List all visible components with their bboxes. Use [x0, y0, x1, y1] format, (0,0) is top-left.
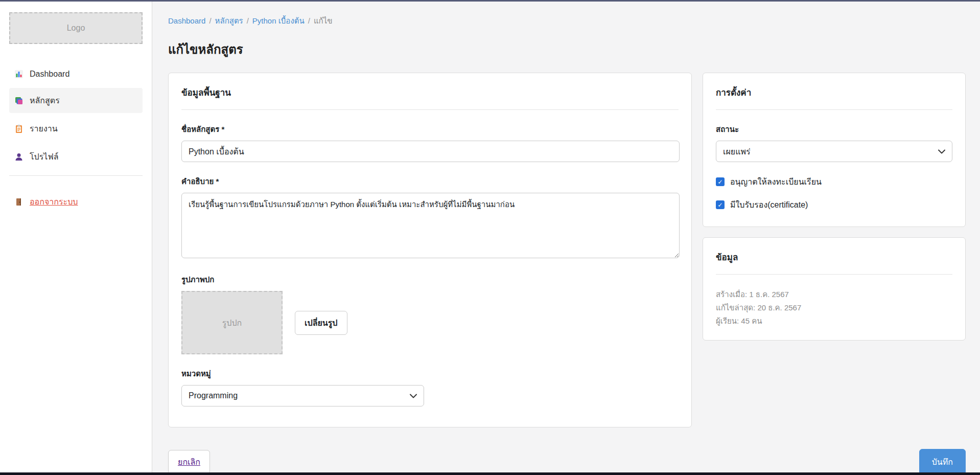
card-divider: [716, 274, 952, 275]
logo-placeholder: Logo: [9, 12, 143, 44]
breadcrumb-link-dashboard[interactable]: Dashboard: [168, 16, 205, 25]
breadcrumb-separator: /: [247, 16, 249, 25]
breadcrumb: Dashboard/หลักสูตร/Python เบื้องต้น/แก้ไ…: [168, 15, 966, 27]
cover-image-placeholder-text: รูปปก: [222, 316, 242, 329]
app-root: Logo Dashboard หลักสูตร รายงาน: [0, 2, 980, 472]
breadcrumb-link-course[interactable]: Python เบื้องต้น: [252, 16, 305, 25]
breadcrumb-separator: /: [308, 16, 310, 25]
window-bottom-edge: [0, 472, 980, 475]
sidebar-item-label: โปรไฟล์: [30, 150, 59, 163]
updated-date-line: แก้ไขล่าสุด: 20 ธ.ค. 2567: [716, 301, 952, 314]
checkbox-checked-icon[interactable]: [716, 177, 725, 186]
info-card: ข้อมูล สร้างเมื่อ: 1 ธ.ค. 2567 แก้ไขล่าส…: [703, 237, 966, 341]
course-name-field-group: ชื่อหลักสูตร *: [181, 123, 679, 162]
sidebar-item-label: รายงาน: [30, 122, 58, 135]
sidebar-item-profile[interactable]: โปรไฟล์: [9, 144, 143, 169]
page-title: แก้ไขหลักสูตร: [168, 39, 966, 59]
status-label: สถานะ: [716, 123, 952, 135]
sidebar-item-dashboard[interactable]: Dashboard: [9, 63, 143, 85]
course-name-input[interactable]: [181, 141, 680, 162]
status-field-group: สถานะ เผยแพร่: [716, 123, 952, 162]
cover-image-field-group: รูปภาพปก รูปปก เปลี่ยนรูป: [181, 274, 679, 354]
category-label: หมวดหมู่: [181, 368, 679, 380]
sidebar: Logo Dashboard หลักสูตร รายงาน: [0, 2, 152, 472]
logo-text: Logo: [67, 24, 85, 33]
basic-info-card-title: ข้อมูลพื้นฐาน: [181, 85, 679, 99]
cover-image-placeholder: รูปปก: [181, 291, 283, 354]
created-date-line: สร้างเมื่อ: 1 ธ.ค. 2567: [716, 288, 952, 301]
student-count-line: ผู้เรียน: 45 คน: [716, 314, 952, 328]
card-divider: [181, 109, 679, 110]
bar-chart-icon: [14, 70, 24, 79]
sidebar-divider: [9, 175, 143, 176]
breadcrumb-link-courses[interactable]: หลักสูตร: [215, 16, 243, 25]
sidebar-item-courses[interactable]: หลักสูตร: [9, 88, 143, 113]
save-button-label: บันทึก: [932, 456, 953, 468]
status-select[interactable]: เผยแพร่: [716, 141, 952, 162]
right-column: การตั้งค่า สถานะ เผยแพร่ อนุญาตให้ลงทะเบ: [703, 73, 966, 341]
certificate-label[interactable]: มีใบรับรอง(certificate): [730, 198, 808, 211]
sidebar-item-label: Dashboard: [30, 70, 69, 79]
category-select-value: Programming: [189, 391, 238, 400]
course-name-label: ชื่อหลักสูตร *: [181, 123, 679, 135]
sidebar-item-label: หลักสูตร: [30, 94, 60, 107]
certificate-checkbox-row[interactable]: มีใบรับรอง(certificate): [716, 198, 952, 211]
description-label: คำอธิบาย *: [181, 175, 679, 188]
breadcrumb-current: แก้ไข: [314, 16, 333, 25]
sidebar-nav: Dashboard หลักสูตร รายงาน โปรไฟล์: [9, 63, 143, 214]
main-area: Dashboard/หลักสูตร/Python เบื้องต้น/แก้ไ…: [152, 2, 980, 472]
chevron-down-icon: [938, 149, 945, 154]
allow-enrollment-label[interactable]: อนุญาตให้ลงทะเบียนเรียน: [730, 175, 822, 188]
description-field-group: คำอธิบาย * เรียนรู้พื้นฐานการเขียนโปรแกร…: [181, 175, 679, 260]
books-icon: [14, 96, 24, 105]
sidebar-item-logout[interactable]: ออกจากระบบ: [9, 189, 143, 214]
status-select-value: เผยแพร่: [723, 145, 751, 158]
settings-card-title: การตั้งค่า: [716, 85, 952, 99]
save-button[interactable]: บันทึก: [919, 449, 966, 475]
logout-label: ออกจากระบบ: [30, 195, 78, 208]
breadcrumb-separator: /: [209, 16, 211, 25]
sidebar-item-reports[interactable]: รายงาน: [9, 116, 143, 141]
person-icon: [14, 152, 24, 162]
description-textarea[interactable]: เรียนรู้พื้นฐานการเขียนโปรแกรมด้วยภาษา P…: [181, 193, 680, 258]
chevron-down-icon: [410, 394, 417, 398]
basic-info-card: ข้อมูลพื้นฐาน ชื่อหลักสูตร * คำอธิบาย * …: [168, 73, 692, 427]
checkbox-checked-icon[interactable]: [716, 200, 725, 209]
form-actions: ยกเลิก บันทึก: [168, 449, 966, 475]
allow-enrollment-checkbox-row[interactable]: อนุญาตให้ลงทะเบียนเรียน: [716, 175, 952, 188]
cancel-button[interactable]: ยกเลิก: [168, 450, 210, 474]
category-field-group: หมวดหมู่ Programming: [181, 368, 679, 406]
change-image-button[interactable]: เปลี่ยนรูป: [295, 311, 347, 335]
clipboard-icon: [14, 124, 24, 133]
card-divider: [716, 109, 952, 110]
door-icon: [14, 197, 24, 207]
info-card-title: ข้อมูล: [716, 250, 952, 264]
cancel-button-label: ยกเลิก: [178, 456, 200, 468]
cover-image-label: รูปภาพปก: [181, 274, 679, 286]
category-select[interactable]: Programming: [181, 385, 424, 406]
settings-card: การตั้งค่า สถานะ เผยแพร่ อนุญาตให้ลงทะเบ: [703, 73, 966, 227]
change-image-button-label: เปลี่ยนรูป: [305, 316, 338, 329]
